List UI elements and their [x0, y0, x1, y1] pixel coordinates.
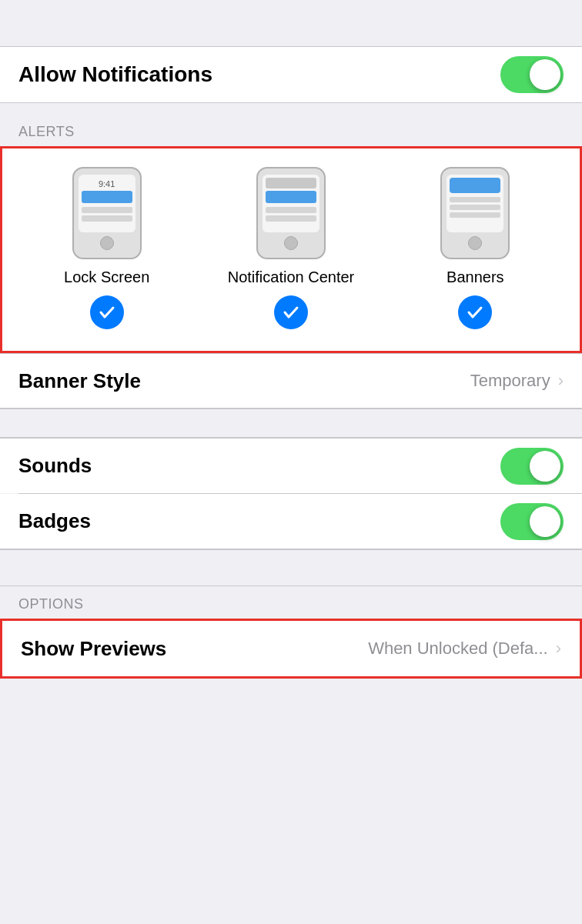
alerts-selection-box: 9:41 Lock Screen [0, 146, 582, 353]
banners-label: Banners [447, 269, 504, 286]
notification-center-lines [266, 207, 316, 222]
spacer-2 [0, 549, 582, 586]
sounds-toggle[interactable] [500, 448, 564, 485]
show-previews-row[interactable]: Show Previews When Unlocked (Defa... › [2, 621, 580, 676]
show-previews-label: Show Previews [21, 637, 166, 661]
banner-style-value: Temporary [470, 371, 550, 391]
lock-screen-phone-illustration: 9:41 [72, 167, 142, 259]
lock-screen-notification-bar [82, 191, 132, 203]
banners-checkmark-icon [466, 303, 484, 322]
badges-toggle[interactable] [500, 503, 564, 540]
badges-row: Badges [0, 494, 582, 549]
badges-label: Badges [18, 509, 91, 533]
banners-line-3 [450, 212, 500, 218]
alerts-header-text: ALERTS [18, 124, 75, 140]
notification-center-bar [266, 191, 316, 203]
notification-center-home-btn [284, 236, 298, 250]
banner-style-chevron-icon: › [558, 371, 564, 391]
alert-option-lock-screen[interactable]: 9:41 Lock Screen [15, 167, 199, 329]
lock-screen-check[interactable] [90, 295, 124, 329]
options-section-header: OPTIONS [0, 586, 582, 619]
lock-screen-line-1 [82, 207, 132, 213]
alert-option-notification-center[interactable]: Notification Center [199, 167, 383, 329]
notification-center-top-bar [266, 178, 316, 188]
top-spacer [0, 0, 582, 46]
banners-phone-illustration [440, 167, 510, 259]
allow-notifications-label: Allow Notifications [18, 62, 212, 87]
lock-screen-label: Lock Screen [64, 269, 149, 286]
banner-style-row[interactable]: Banner Style Temporary › [0, 353, 582, 409]
banner-style-label: Banner Style [18, 369, 141, 393]
notification-center-phone-illustration [256, 167, 326, 259]
allow-notifications-toggle[interactable] [500, 56, 564, 93]
banners-lines [450, 197, 500, 218]
banners-home-btn [468, 236, 482, 250]
options-header-text: OPTIONS [18, 596, 84, 612]
banner-style-right: Temporary › [470, 371, 564, 391]
alert-option-banners[interactable]: Banners [383, 167, 567, 329]
show-previews-right: When Unlocked (Defa... › [368, 639, 561, 659]
notification-center-check[interactable] [274, 295, 308, 329]
alert-options-container: 9:41 Lock Screen [15, 167, 567, 329]
lock-screen-checkmark-icon [98, 303, 116, 322]
alerts-section-header: ALERTS [0, 103, 582, 146]
spacer-1 [0, 409, 582, 438]
sounds-label: Sounds [18, 454, 92, 478]
lock-screen-line-2 [82, 215, 132, 222]
banners-line-1 [450, 197, 500, 202]
banners-line-2 [450, 205, 500, 210]
notification-center-label: Notification Center [228, 269, 355, 286]
lock-screen-phone-screen: 9:41 [79, 175, 135, 232]
show-previews-box: Show Previews When Unlocked (Defa... › [0, 619, 582, 679]
show-previews-value: When Unlocked (Defa... [368, 639, 548, 659]
banners-banner-bar [450, 178, 500, 193]
notification-center-line-1 [266, 207, 316, 213]
banners-screen [447, 175, 503, 232]
notification-center-line-2 [266, 215, 316, 222]
banners-check[interactable] [458, 295, 492, 329]
lock-screen-time: 9:41 [82, 179, 132, 188]
allow-notifications-row: Allow Notifications [0, 46, 582, 103]
show-previews-chevron-icon: › [556, 639, 561, 659]
notification-center-checkmark-icon [282, 303, 300, 322]
lock-screen-home-btn [100, 236, 114, 250]
notification-center-screen [263, 175, 319, 232]
lock-screen-lines [82, 207, 132, 222]
sounds-row: Sounds [0, 438, 582, 493]
